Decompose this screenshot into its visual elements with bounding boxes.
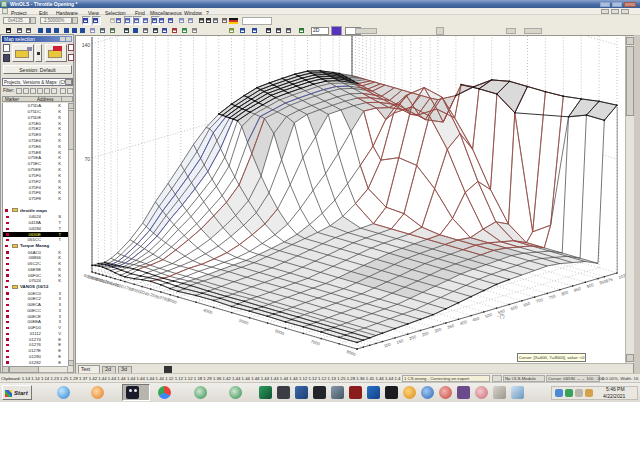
svg-text:140: 140 <box>82 42 91 48</box>
svg-text:650: 650 <box>523 301 532 308</box>
svg-text:200: 200 <box>408 334 417 341</box>
svg-text:800: 800 <box>561 290 570 297</box>
svg-text:250: 250 <box>421 330 430 337</box>
svg-text:500: 500 <box>485 312 494 319</box>
svg-text:4000: 4000 <box>203 307 214 315</box>
svg-text:8000: 8000 <box>346 349 357 357</box>
svg-text:7000: 7000 <box>310 339 321 347</box>
svg-text:- (*): - (*) <box>497 314 505 319</box>
svg-text:6000: 6000 <box>274 328 285 336</box>
svg-text:400: 400 <box>459 319 468 326</box>
svg-text:900: 900 <box>586 282 595 289</box>
svg-text:750: 750 <box>548 293 557 300</box>
svg-text:300: 300 <box>434 327 443 334</box>
svg-text:850: 850 <box>573 286 582 293</box>
svg-text:70: 70 <box>84 156 90 162</box>
svg-text:150: 150 <box>396 338 405 345</box>
svg-text:600: 600 <box>510 304 519 311</box>
svg-text:100: 100 <box>383 341 392 348</box>
svg-text:975: 975 <box>605 277 614 284</box>
svg-text:350: 350 <box>447 323 456 330</box>
svg-text:450: 450 <box>472 315 481 322</box>
svg-text:700: 700 <box>535 297 544 304</box>
svg-text:5000: 5000 <box>238 318 249 326</box>
svg-text:3000: 3000 <box>167 297 178 305</box>
